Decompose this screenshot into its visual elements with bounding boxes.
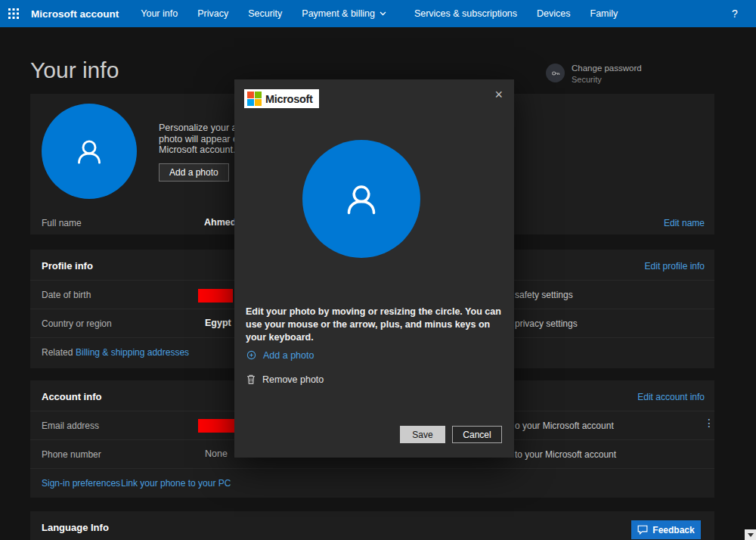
- cancel-button[interactable]: Cancel: [452, 426, 502, 443]
- trash-icon: [246, 374, 256, 385]
- safety-settings-fragment[interactable]: safety settings: [515, 290, 573, 300]
- app-launcher-button[interactable]: [0, 0, 27, 27]
- save-button[interactable]: Save: [400, 426, 445, 443]
- microsoft-account-fragment-2: to your Microsoft account: [515, 449, 616, 460]
- add-a-photo-button[interactable]: Add a photo: [159, 163, 229, 182]
- modal-add-a-photo-label: Add a photo: [263, 350, 314, 361]
- help-button[interactable]: ?: [727, 8, 742, 20]
- account-info-title: Account info: [42, 391, 101, 402]
- microsoft-logo: Microsoft: [244, 89, 319, 108]
- scroll-down-icon: [748, 533, 754, 537]
- nav-payment-billing-label: Payment & billing: [302, 8, 375, 19]
- full-name-value: Ahmed: [204, 217, 236, 228]
- waffle-icon: [8, 8, 19, 19]
- close-icon[interactable]: ×: [494, 88, 503, 101]
- profile-info-title: Profile info: [42, 260, 93, 272]
- profile-avatar[interactable]: [42, 104, 137, 199]
- brand-title[interactable]: Microsoft account: [31, 8, 119, 20]
- feedback-bubble-icon: [637, 525, 648, 535]
- language-info-title: Language Info: [42, 522, 109, 533]
- change-password-label: Change password: [572, 64, 642, 73]
- phone-number-value: None: [205, 448, 228, 459]
- page-title: Your info: [30, 57, 119, 83]
- chevron-down-icon: [380, 11, 386, 16]
- row-divider: [30, 468, 714, 469]
- edit-profile-info-link[interactable]: Edit profile info: [645, 261, 705, 272]
- nav-security[interactable]: Security: [238, 0, 292, 27]
- edit-account-info-link[interactable]: Edit account info: [637, 392, 705, 402]
- microsoft-account-page: Microsoft account Your info Privacy Secu…: [0, 0, 756, 540]
- microsoft-logo-word: Microsoft: [265, 93, 313, 105]
- intro-line-3: Microsoft account.: [159, 144, 246, 156]
- intro-line-1: Personalize your acc: [159, 123, 246, 134]
- nav-family[interactable]: Family: [581, 0, 628, 27]
- feedback-label: Feedback: [652, 525, 694, 535]
- nav-devices[interactable]: Devices: [527, 0, 580, 27]
- nav-privacy[interactable]: Privacy: [187, 0, 238, 27]
- scrollbar-down-button[interactable]: [745, 529, 756, 540]
- phone-number-label: Phone number: [42, 449, 101, 460]
- edit-photo-dialog: Microsoft × Edit your photo by moving or…: [234, 79, 514, 458]
- full-name-label: Full name: [42, 218, 82, 228]
- country-region-value: Egypt: [205, 318, 231, 328]
- change-password-text: Change password Security: [572, 64, 642, 84]
- feedback-button[interactable]: Feedback: [631, 520, 701, 539]
- microsoft-account-fragment-1: o your Microsoft account: [515, 421, 614, 431]
- change-password-sublabel: Security: [572, 75, 642, 84]
- person-icon: [336, 174, 386, 224]
- nav-payment-billing[interactable]: Payment & billing: [292, 0, 396, 27]
- top-nav: Microsoft account Your info Privacy Secu…: [0, 0, 756, 27]
- edit-name-link[interactable]: Edit name: [664, 218, 705, 228]
- photo-crop-circle[interactable]: [302, 140, 420, 258]
- privacy-settings-fragment[interactable]: privacy settings: [515, 318, 578, 329]
- language-info-card: Language Info Feedback: [30, 511, 714, 540]
- change-password-shortcut[interactable]: Change password Security: [546, 64, 642, 84]
- key-icon: [546, 64, 565, 82]
- country-region-label: Country or region: [42, 318, 112, 329]
- modal-remove-photo-label: Remove photo: [262, 374, 324, 385]
- link-phone-to-pc-link[interactable]: Link your phone to your PC: [121, 478, 231, 489]
- related-label: Related: [42, 347, 73, 358]
- profile-intro-text: Personalize your acc photo will appear o…: [159, 123, 246, 156]
- microsoft-logo-squares-icon: [247, 92, 262, 106]
- redacted-date-of-birth: [198, 289, 233, 303]
- edit-photo-instructions: Edit your photo by moving or resizing th…: [246, 306, 507, 344]
- add-photo-icon: [246, 349, 257, 361]
- sign-in-preferences-link[interactable]: Sign-in preferences: [42, 478, 120, 489]
- modal-remove-photo-link[interactable]: Remove photo: [246, 374, 324, 385]
- primary-nav: Your info Privacy Security Payment & bil…: [131, 0, 627, 27]
- nav-your-info[interactable]: Your info: [131, 0, 187, 27]
- email-address-label: Email address: [42, 421, 99, 431]
- modal-add-a-photo-link[interactable]: Add a photo: [246, 349, 314, 361]
- billing-shipping-addresses-link[interactable]: Billing & shipping addresses: [76, 347, 189, 358]
- nav-services-subscriptions[interactable]: Services & subscriptions: [396, 0, 527, 27]
- intro-line-2: photo will appear o: [159, 134, 246, 145]
- more-options-icon[interactable]: ⋮: [704, 417, 714, 429]
- date-of-birth-label: Date of birth: [42, 290, 91, 300]
- person-icon: [69, 131, 110, 172]
